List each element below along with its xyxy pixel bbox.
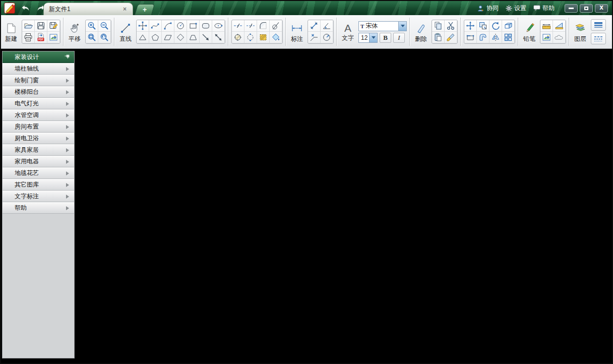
leader-dim-button[interactable] xyxy=(308,32,321,43)
triangle-button[interactable] xyxy=(137,32,149,43)
polygon-circle-button[interactable] xyxy=(244,32,257,43)
layer-button[interactable]: 图层 xyxy=(572,21,588,43)
measure-button[interactable] xyxy=(540,20,553,32)
mirror-button[interactable] xyxy=(489,32,502,43)
font-size-select[interactable]: 12 xyxy=(358,33,378,43)
close-button[interactable]: X xyxy=(595,4,608,13)
text-tool-button[interactable]: A 文字 xyxy=(340,22,356,42)
pan-button[interactable]: 平移 xyxy=(67,21,83,43)
save-as-button[interactable] xyxy=(47,20,60,32)
insert-image-button[interactable] xyxy=(540,32,553,43)
array-button[interactable] xyxy=(502,32,515,43)
rotate-button[interactable] xyxy=(489,20,502,32)
polyline-button[interactable] xyxy=(137,20,149,32)
sidebar-header[interactable]: 家装设计 xyxy=(3,51,74,63)
tangent-button[interactable] xyxy=(270,20,282,32)
stretch-button[interactable] xyxy=(464,32,477,43)
sidebar-item-12[interactable]: 文字标注 xyxy=(3,191,74,202)
format-brush-button[interactable] xyxy=(445,32,457,43)
export-pdf-button[interactable]: PDF xyxy=(35,32,47,43)
move-button[interactable] xyxy=(464,20,477,32)
zoom-window-button[interactable] xyxy=(86,32,98,43)
sidebar-item-4[interactable]: 电气灯光 xyxy=(3,98,74,109)
angular-dim-button[interactable] xyxy=(321,20,333,32)
ellipse-button[interactable] xyxy=(212,20,225,32)
sidebar-item-6[interactable]: 房间布置 xyxy=(3,121,74,133)
arrow-button[interactable] xyxy=(200,32,212,43)
scale-button[interactable] xyxy=(477,20,489,32)
new-file-button[interactable]: 新建 xyxy=(3,21,19,43)
sidebar-item-5[interactable]: 水管空调 xyxy=(3,109,74,121)
export-image-button[interactable] xyxy=(47,32,60,43)
ray-line-button[interactable] xyxy=(244,20,257,32)
pentagon-button[interactable] xyxy=(149,32,162,43)
save-button[interactable] xyxy=(35,20,47,32)
circle-button[interactable] xyxy=(174,20,187,32)
italic-button[interactable]: I xyxy=(393,33,405,43)
sidebar-item-3[interactable]: 楼梯阳台 xyxy=(3,86,74,98)
settings-button[interactable]: 设置 xyxy=(506,4,526,13)
zoom-previous-button[interactable] xyxy=(98,32,111,43)
copy-button[interactable] xyxy=(432,20,445,32)
line-tool-button[interactable]: 直线 xyxy=(117,21,134,43)
sidebar-item-label: 帮助 xyxy=(15,204,66,212)
perspective-button[interactable] xyxy=(502,20,515,32)
hatch-fill-button[interactable] xyxy=(257,32,270,43)
dimension-button[interactable]: 标注 xyxy=(289,21,305,43)
drawing-canvas[interactable]: 家装设计 墙柱轴线绘制门窗楼梯阳台电气灯光水管空调房间布置厨电卫浴家具家居家用电… xyxy=(1,49,612,363)
paste-button[interactable] xyxy=(432,32,445,43)
print-button[interactable] xyxy=(22,32,35,43)
trapezoid-button[interactable] xyxy=(187,32,200,43)
sidebar-item-10[interactable]: 地毯花艺 xyxy=(3,167,74,179)
revision-cloud-button[interactable] xyxy=(553,32,566,43)
diamond-button[interactable] xyxy=(174,32,187,43)
font-family-select[interactable]: T 宋体 xyxy=(358,21,407,31)
sidebar-item-2[interactable]: 绘制门窗 xyxy=(3,75,74,86)
tab-close-icon[interactable]: × xyxy=(122,6,128,13)
double-arrow-button[interactable] xyxy=(212,32,225,43)
pin-icon[interactable] xyxy=(64,54,70,60)
delete-button[interactable]: 删除 xyxy=(413,21,429,43)
area-measure-button[interactable] xyxy=(553,20,566,32)
sidebar-item-13[interactable]: 帮助 xyxy=(3,202,74,214)
paint-fill-button[interactable] xyxy=(270,32,282,43)
contour-button[interactable] xyxy=(477,32,489,43)
sidebar-item-1[interactable]: 墙柱轴线 xyxy=(3,63,74,75)
sidebar-item-8[interactable]: 家具家居 xyxy=(3,144,74,156)
line-width-button[interactable] xyxy=(591,19,606,31)
view-group: 平移 xyxy=(67,20,111,44)
pencil-button[interactable]: 铅笔 xyxy=(521,21,537,43)
undo-button[interactable] xyxy=(19,3,31,13)
bold-button[interactable]: B xyxy=(380,33,391,43)
maximize-button[interactable] xyxy=(580,4,593,13)
rounded-rect-button[interactable] xyxy=(200,20,212,32)
cut-button[interactable] xyxy=(445,20,457,32)
open-file-button[interactable] xyxy=(22,20,35,32)
radius-dim-button[interactable] xyxy=(321,32,333,43)
new-tab-button[interactable]: + xyxy=(135,4,155,15)
sidebar-item-7[interactable]: 厨电卫浴 xyxy=(3,133,74,144)
aligned-dim-button[interactable] xyxy=(308,20,321,32)
document-tab[interactable]: 新文件1 × xyxy=(43,3,133,15)
hatch-circle-button[interactable] xyxy=(232,32,244,43)
fillet-button[interactable] xyxy=(257,20,270,32)
help-button[interactable]: 帮助 xyxy=(533,4,555,13)
spline-button[interactable] xyxy=(149,20,162,32)
color-picker-button[interactable]: 颜色 xyxy=(610,22,613,42)
rectangle-button[interactable] xyxy=(187,20,200,32)
font-size-dropdown-arrow[interactable] xyxy=(369,33,377,42)
pencil-icon xyxy=(523,22,535,34)
line-style-button[interactable] xyxy=(591,33,606,44)
sidebar-item-11[interactable]: 其它图库 xyxy=(3,179,74,191)
zoom-out-button[interactable] xyxy=(98,20,111,32)
minimize-button[interactable] xyxy=(565,4,578,13)
sidebar-item-9[interactable]: 家用电器 xyxy=(3,156,74,167)
parallelogram-button[interactable] xyxy=(162,32,174,43)
zoom-in-button[interactable] xyxy=(86,20,98,32)
font-family-dropdown-arrow[interactable] xyxy=(398,22,406,31)
construction-line-button[interactable] xyxy=(232,20,244,32)
chevron-right-icon xyxy=(66,67,69,71)
collaborate-button[interactable]: 协同 xyxy=(477,4,499,13)
arc-button[interactable] xyxy=(162,20,174,32)
chevron-right-icon xyxy=(66,160,69,164)
